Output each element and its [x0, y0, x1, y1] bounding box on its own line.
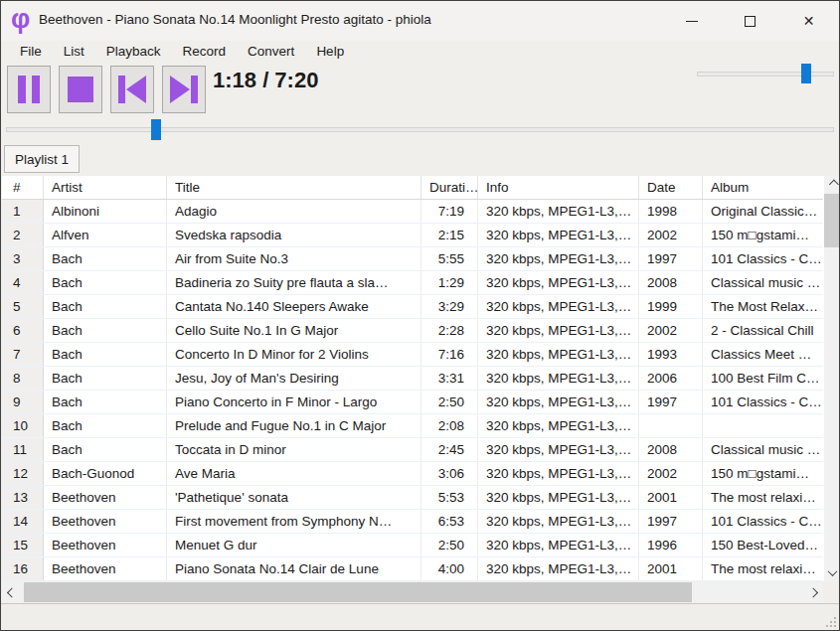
cell-duration: 2:15 — [421, 224, 478, 246]
cell-title: Adagio — [167, 200, 421, 223]
volume-slider-track[interactable] — [697, 72, 834, 77]
cell-num: 7 — [2, 343, 44, 366]
table-row[interactable]: 8BachJesu, Joy of Man's Desiring3:31320 … — [2, 367, 823, 391]
cell-artist: Bach — [44, 271, 167, 294]
window-title: Beethoven - Piano Sonata No.14 Moonlight… — [39, 12, 431, 27]
cell-title: Cello Suite No.1 In G Major — [167, 319, 421, 342]
cell-date: 1997 — [639, 510, 703, 533]
previous-button[interactable] — [110, 66, 154, 113]
scroll-up-button[interactable] — [824, 176, 840, 193]
cell-artist: Bach — [44, 343, 167, 366]
horizontal-scrollbar[interactable] — [2, 582, 823, 602]
column-header-album[interactable]: Album — [703, 176, 823, 199]
menu-playback[interactable]: Playback — [95, 41, 172, 64]
cell-info: 320 kbps, MPEG1-L3,… — [478, 271, 639, 294]
cell-duration: 2:28 — [421, 319, 478, 342]
table-row[interactable]: 16BeethovenPiano Sonata No.14 Clair de L… — [2, 557, 823, 581]
cell-info: 320 kbps, MPEG1-L3,… — [478, 557, 639, 580]
table-row[interactable]: 4BachBadineria zo Suity pre flauta a sla… — [2, 271, 823, 295]
cell-info: 320 kbps, MPEG1-L3,… — [478, 510, 639, 533]
column-header-date[interactable]: Date — [639, 176, 703, 199]
column-header-num[interactable]: # — [2, 176, 44, 199]
cell-date: 2002 — [639, 224, 703, 246]
table-row[interactable]: 7BachConcerto In D Minor for 2 Violins7:… — [2, 343, 823, 367]
maximize-button[interactable] — [721, 1, 779, 41]
cell-date: 1997 — [639, 391, 703, 413]
cell-duration: 2:50 — [421, 534, 478, 556]
titlebar: φ Beethoven - Piano Sonata No.14 Moonlig… — [1, 1, 839, 41]
scroll-right-button[interactable] — [806, 582, 823, 602]
table-row[interactable]: 15BeethovenMenuet G dur2:50320 kbps, MPE… — [2, 534, 823, 557]
volume-slider-thumb[interactable] — [801, 64, 811, 83]
vertical-scrollbar[interactable] — [824, 176, 840, 581]
cell-duration: 3:06 — [421, 462, 478, 485]
menu-convert[interactable]: Convert — [237, 41, 305, 64]
stop-button[interactable] — [59, 66, 102, 113]
menu-record[interactable]: Record — [172, 41, 238, 64]
cell-album: Original Classic… — [703, 200, 823, 223]
scroll-left-button[interactable] — [2, 582, 19, 602]
seek-slider-track[interactable] — [6, 127, 834, 132]
menu-help[interactable]: Help — [305, 41, 355, 64]
cell-num: 3 — [2, 247, 44, 270]
menu-list[interactable]: List — [53, 41, 95, 64]
table-row[interactable]: 14BeethovenFirst movement from Symphony … — [2, 510, 823, 534]
cell-artist: Bach — [44, 367, 167, 390]
resize-grip-icon[interactable] — [826, 617, 836, 627]
chevron-up-icon — [828, 180, 838, 190]
cell-num: 14 — [2, 510, 44, 533]
menu-file[interactable]: File — [9, 41, 53, 64]
table-row[interactable]: 13Beethoven'Pathetique' sonata5:53320 kb… — [2, 486, 823, 510]
cell-num: 15 — [2, 534, 44, 556]
vertical-scrollbar-thumb[interactable] — [824, 194, 840, 247]
cell-info: 320 kbps, MPEG1-L3,… — [478, 224, 639, 246]
table-header: #ArtistTitleDurati…InfoDateAlbum — [2, 176, 823, 200]
cell-info: 320 kbps, MPEG1-L3,… — [478, 414, 639, 437]
cell-title: Air from Suite No.3 — [167, 247, 421, 270]
table-row[interactable]: 6BachCello Suite No.1 In G Major2:28320 … — [2, 319, 823, 343]
cell-date: 2002 — [639, 319, 703, 342]
cell-title: Menuet G dur — [167, 534, 421, 556]
cell-title: Toccata in D minor — [167, 438, 421, 461]
table-row[interactable]: 12Bach-GuonodAve Maria3:06320 kbps, MPEG… — [2, 462, 823, 486]
menubar: File List Playback Record Convert Help — [1, 41, 839, 64]
stop-icon — [68, 77, 93, 102]
maximize-icon — [745, 16, 756, 27]
cell-album: The most relaxi… — [703, 486, 823, 509]
column-header-artist[interactable]: Artist — [44, 176, 167, 199]
cell-date: 1997 — [639, 247, 703, 270]
tab-playlist-1[interactable]: Playlist 1 — [4, 145, 80, 173]
cell-info: 320 kbps, MPEG1-L3,… — [478, 319, 639, 342]
column-header-info[interactable]: Info — [478, 176, 639, 199]
table-row[interactable]: 5BachCantata No.140 Sleepers Awake3:2932… — [2, 295, 823, 319]
scrollbar-corner — [823, 582, 840, 602]
cell-info: 320 kbps, MPEG1-L3,… — [478, 438, 639, 461]
column-header-duration[interactable]: Durati… — [421, 176, 478, 199]
minimize-button[interactable] — [662, 1, 721, 41]
cell-date: 1996 — [639, 534, 703, 556]
cell-album: 150 m□gstami… — [703, 224, 823, 246]
window-controls: ✕ — [662, 1, 838, 41]
seek-slider-thumb[interactable] — [151, 119, 161, 140]
cell-artist: Bach — [44, 438, 167, 461]
cell-artist: Beethoven — [44, 557, 167, 580]
next-button[interactable] — [162, 66, 206, 113]
close-button[interactable]: ✕ — [779, 1, 838, 41]
scroll-down-button[interactable] — [824, 564, 840, 581]
horizontal-scrollbar-thumb[interactable] — [24, 582, 692, 602]
chevron-right-icon — [808, 587, 818, 597]
table-row[interactable]: 3BachAir from Suite No.35:55320 kbps, MP… — [2, 247, 823, 271]
cell-album: 101 Classics - C… — [703, 510, 823, 533]
table-row[interactable]: 9BachPiano Concerto in F Minor - Largo2:… — [2, 391, 823, 414]
cell-artist: Beethoven — [44, 534, 167, 556]
cell-album: 100 Best Film C… — [703, 367, 823, 390]
pause-button[interactable] — [7, 66, 51, 113]
table-row[interactable]: 11BachToccata in D minor2:45320 kbps, MP… — [2, 438, 823, 462]
column-header-title[interactable]: Title — [167, 176, 421, 199]
table-row[interactable]: 2AlfvenSvedska rapsodia2:15320 kbps, MPE… — [2, 224, 823, 247]
table-row[interactable]: 10BachPrelude and Fugue No.1 in C Major2… — [2, 414, 823, 438]
phi-icon: φ — [11, 4, 30, 35]
table-row[interactable]: 1AlbinoniAdagio7:19320 kbps, MPEG1-L3,…1… — [2, 200, 823, 224]
cell-title: 'Pathetique' sonata — [167, 486, 421, 509]
cell-num: 6 — [2, 319, 44, 342]
